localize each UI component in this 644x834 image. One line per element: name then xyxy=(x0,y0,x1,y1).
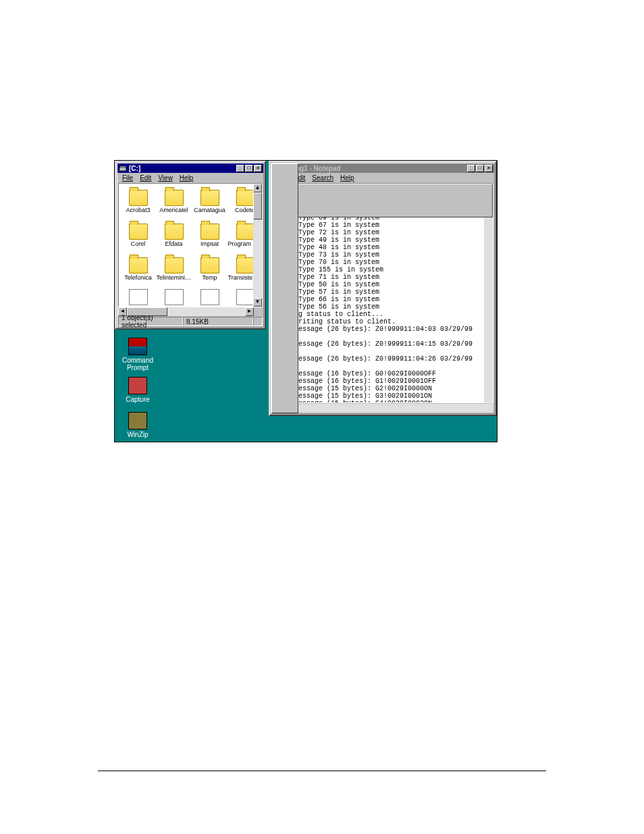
resize-grip[interactable] xyxy=(253,317,263,326)
minimize-button[interactable]: _ xyxy=(236,165,244,172)
file-icon-label: Acrobat3 xyxy=(125,207,151,213)
file-icon-label: Americatel xyxy=(159,207,189,213)
file-icon[interactable]: Americatel xyxy=(156,186,192,219)
scroll-corner xyxy=(254,307,263,316)
explorer-statusbar: 1 object(s) selected 8.15KB xyxy=(117,316,263,327)
explorer-menubar: File Edit View Help xyxy=(117,173,263,183)
status-size: 8.15KB xyxy=(183,317,253,326)
maximize-button[interactable]: □ xyxy=(476,165,484,172)
explorer-titlebar[interactable]: [C:] _ □ × xyxy=(117,163,263,173)
explorer-window[interactable]: [C:] _ □ × File Edit View Help Acrobat3A… xyxy=(115,161,266,330)
status-selected: 1 object(s) selected xyxy=(118,317,183,326)
desktop: [C:] _ □ × File Edit View Help Acrobat3A… xyxy=(115,161,497,442)
folder-icon xyxy=(129,224,148,240)
file-icon[interactable]: Autoexec.bat xyxy=(120,287,156,307)
minimize-button[interactable]: _ xyxy=(467,165,475,172)
document-icon xyxy=(129,289,148,305)
notepad-menubar: File Edit Search Help xyxy=(271,173,494,183)
svg-rect-1 xyxy=(120,166,126,167)
file-icon-label: Telefonica xyxy=(124,274,153,281)
file-icon[interactable]: Codetel xyxy=(227,186,253,219)
folder-icon xyxy=(236,190,254,206)
file-icon-label: Efdata xyxy=(164,240,183,247)
menu-view[interactable]: View xyxy=(155,174,176,182)
notepad-titlebar[interactable]: Debug1 - Notepad _ □ × xyxy=(271,163,494,173)
notepad-hscroll[interactable]: ◄ ► xyxy=(272,404,493,413)
msdos-icon xyxy=(128,338,147,355)
file-icon[interactable]: Temp xyxy=(192,253,227,287)
close-button[interactable]: × xyxy=(485,165,493,172)
file-icon-label: Camatagua xyxy=(193,207,226,213)
file-icon[interactable]: Config.sys xyxy=(192,287,227,307)
desktop-icon-label: Command Prompt xyxy=(117,357,158,371)
notepad-vscroll[interactable]: ▲ ▼ xyxy=(484,184,493,402)
capture-icon xyxy=(128,377,147,394)
menu-file[interactable]: File xyxy=(119,174,136,182)
close-button[interactable]: × xyxy=(254,165,262,172)
desktop-icon-winzip[interactable]: WinZip xyxy=(117,412,158,438)
file-icon[interactable]: Program Files xyxy=(227,219,253,253)
file-icon[interactable]: Corel xyxy=(120,219,156,253)
file-icon[interactable]: Telinteminim... xyxy=(156,253,192,287)
folder-icon xyxy=(200,190,219,206)
file-icon-label: Telinteminim... xyxy=(156,274,192,281)
file-icon-label: Corel xyxy=(130,240,146,247)
file-icon-label: Transistemas xyxy=(227,274,253,281)
file-icon-label: Impsat xyxy=(200,240,219,247)
drive-icon xyxy=(119,164,127,172)
folder-icon xyxy=(129,257,148,273)
folder-icon xyxy=(236,224,254,240)
desktop-icon-label: Capture xyxy=(126,396,150,403)
notepad-window[interactable]: Debug1 - Notepad _ □ × File Edit Search … xyxy=(269,161,497,416)
notepad-client: DeviceType 216 is in system DeviceType 9… xyxy=(272,183,493,403)
folder-icon xyxy=(200,224,219,240)
explorer-client: Acrobat3AmericatelCamataguaCodetelCorelE… xyxy=(118,183,263,307)
file-icon[interactable]: Impsat xyxy=(192,219,227,253)
document-icon xyxy=(165,289,184,305)
scroll-up-button[interactable]: ▲ xyxy=(253,184,262,192)
notepad-title: Debug1 - Notepad xyxy=(283,165,467,172)
file-icon[interactable]: Transistemas xyxy=(227,253,253,287)
file-icon-label: Temp xyxy=(201,274,217,281)
folder-icon xyxy=(165,224,184,240)
file-icon[interactable]: Efdata xyxy=(156,219,192,253)
folder-icon xyxy=(165,257,184,273)
scroll-down-button[interactable]: ▼ xyxy=(253,298,262,307)
menu-edit[interactable]: Edit xyxy=(136,174,155,182)
document-icon xyxy=(200,289,219,305)
folder-icon xyxy=(165,190,184,206)
folder-icon xyxy=(129,190,148,206)
folder-icon xyxy=(236,257,254,273)
file-icon[interactable]: Acrobat3 xyxy=(120,186,156,219)
file-icon-label: Codetel xyxy=(234,207,253,213)
folder-icon xyxy=(200,257,219,273)
scroll-right-button[interactable]: ► xyxy=(245,307,254,316)
desktop-icon-command-prompt[interactable]: Command Prompt xyxy=(117,338,158,371)
maximize-button[interactable]: □ xyxy=(245,165,253,172)
menu-search[interactable]: Search xyxy=(308,174,337,182)
svg-point-2 xyxy=(124,169,126,170)
explorer-icons-pane[interactable]: Acrobat3AmericatelCamataguaCodetelCorelE… xyxy=(119,184,253,307)
footer-rule xyxy=(98,771,546,771)
explorer-hscroll[interactable]: ◄ ► xyxy=(118,307,263,316)
file-icon-label: Program Files xyxy=(227,240,253,247)
explorer-vscroll[interactable]: ▲ ▼ xyxy=(253,184,262,307)
file-icon[interactable]: Telefonica xyxy=(120,253,156,287)
menu-help[interactable]: Help xyxy=(176,174,197,182)
file-icon[interactable]: Camatagua xyxy=(192,186,227,219)
desktop-icon-capture[interactable]: Capture xyxy=(117,377,158,403)
winzip-icon xyxy=(128,412,147,429)
menu-help[interactable]: Help xyxy=(337,174,358,182)
document-icon xyxy=(236,289,254,305)
file-icon[interactable]: boot.ini xyxy=(156,287,192,307)
desktop-icon-label: WinZip xyxy=(127,431,148,438)
explorer-title: [C:] xyxy=(129,165,236,172)
file-icon[interactable]: Debug1 xyxy=(227,287,253,307)
